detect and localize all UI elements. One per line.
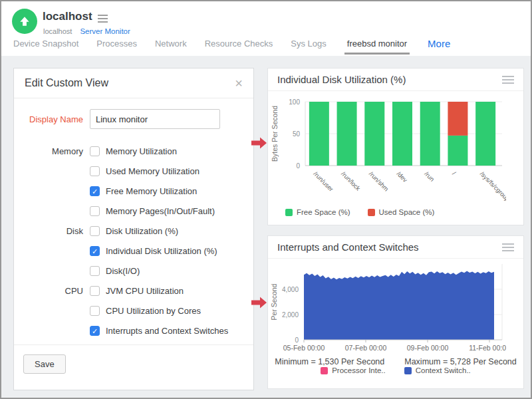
- svg-text:2,000: 2,000: [282, 311, 299, 319]
- checkbox-unchecked[interactable]: [90, 266, 100, 276]
- metric-label: Memory Utilization: [100, 146, 253, 156]
- svg-text:Per Second: Per Second: [270, 283, 278, 320]
- legend-swatch: [285, 209, 293, 216]
- metric-row: ✓Free Memory Utilization: [14, 181, 253, 201]
- group-label: CPU: [14, 286, 83, 296]
- chart-menu-icon[interactable]: [502, 76, 514, 84]
- dialog-body: Display Name MemoryMemory UtilizationUse…: [14, 98, 253, 340]
- svg-text:/run: /run: [423, 170, 436, 183]
- svg-text:11-Feb 00:00: 11-Feb 00:00: [469, 344, 506, 352]
- interrupts-area-chart: 02,0004,000Per Second05-Feb 00:0007-Feb …: [268, 259, 506, 353]
- tab-more[interactable]: More: [428, 38, 450, 55]
- checkbox-unchecked[interactable]: [90, 206, 100, 216]
- bar-free-space: [392, 102, 412, 166]
- legend-swatch: [368, 209, 375, 216]
- checkbox-unchecked[interactable]: [90, 306, 100, 316]
- chart-stats: Minimum = 1,530 Per Second Maximum = 5,7…: [268, 357, 523, 366]
- group-label: Memory: [14, 146, 83, 156]
- metric-row: Memory Pages(In/Out/Fault): [14, 201, 253, 221]
- svg-text:/dev: /dev: [396, 170, 410, 184]
- svg-text:07-Feb 00:00: 07-Feb 00:00: [345, 344, 387, 352]
- tab-resource-checks[interactable]: Resource Checks: [205, 39, 273, 55]
- breadcrumb: localhostServer Monitor: [43, 27, 130, 35]
- metric-row: CPUJVM CPU Utilization: [14, 281, 253, 301]
- tab-sys-logs[interactable]: Sys Logs: [291, 39, 326, 55]
- server-monitor-window: localhost localhostServer Monitor Device…: [0, 0, 532, 399]
- svg-text:Bytes Per Second: Bytes Per Second: [271, 106, 279, 162]
- arrow-up-icon: [18, 15, 31, 28]
- checkbox-unchecked[interactable]: [90, 166, 100, 176]
- checkbox-unchecked[interactable]: [90, 146, 100, 156]
- legend-item[interactable]: Free Space (%): [285, 208, 350, 216]
- legend-swatch: [404, 367, 412, 374]
- hamburger-icon[interactable]: [98, 15, 108, 23]
- svg-text:0: 0: [295, 336, 299, 344]
- disk-chart-header: Individual Disk Utilization (%): [268, 68, 523, 91]
- tab-network[interactable]: Network: [155, 39, 187, 55]
- metric-row: DiskDisk Utilization (%): [14, 221, 253, 241]
- svg-text:05-Feb 00:00: 05-Feb 00:00: [283, 344, 325, 352]
- legend-swatch: [321, 367, 328, 374]
- svg-text:4,000: 4,000: [282, 286, 299, 293]
- interrupts-chart-legend: Processor Inte..Context Switch..: [268, 366, 523, 374]
- bar-free-space: [337, 102, 357, 166]
- svg-text:/run/lock: /run/lock: [340, 170, 362, 192]
- bar-free-space: [475, 102, 495, 166]
- dialog-title: Edit Custom View: [25, 77, 108, 89]
- svg-text:/sys/fs/cgroup: /sys/fs/cgroup: [479, 170, 506, 203]
- legend-item[interactable]: Processor Inte..: [321, 366, 386, 374]
- interrupts-chart-title: Interrupts and Context Switches: [277, 241, 419, 253]
- dialog-header: Edit Custom View ×: [14, 68, 253, 98]
- disk-utilization-panel: Individual Disk Utilization (%) 050100By…: [267, 68, 524, 225]
- metric-row: CPU Utilization by Cores: [14, 301, 253, 321]
- monitor-status-badge: [12, 9, 37, 34]
- tab-device-snapshot[interactable]: Device Snapshot: [13, 39, 78, 55]
- svg-text:/run/user: /run/user: [312, 170, 334, 193]
- context-switches-area: [304, 271, 494, 340]
- interrupts-chart-header: Interrupts and Context Switches: [268, 236, 523, 259]
- metric-label: Free Memory Utilization: [100, 186, 253, 196]
- metric-row: Used Memory Utilization: [14, 161, 253, 181]
- metric-label: Individual Disk Utilization (%): [100, 246, 253, 256]
- checkbox-checked[interactable]: ✓: [90, 246, 100, 256]
- checkbox-unchecked[interactable]: [90, 286, 100, 296]
- maximum-stat: Maximum = 5,728 Per Second: [404, 357, 517, 366]
- legend-item[interactable]: Used Space (%): [368, 208, 435, 216]
- tab-processes[interactable]: Processes: [96, 39, 137, 55]
- edit-custom-view-dialog: Edit Custom View × Display Name MemoryMe…: [13, 68, 254, 390]
- legend-item[interactable]: Context Switch..: [404, 366, 471, 374]
- svg-text:/run/shm: /run/shm: [368, 170, 390, 193]
- display-name-row: Display Name: [14, 109, 253, 129]
- metric-label: CPU Utilization by Cores: [100, 306, 253, 316]
- svg-text:100: 100: [289, 98, 300, 106]
- metric-label: Used Memory Utilization: [100, 166, 253, 176]
- breadcrumb-server-monitor-link[interactable]: Server Monitor: [80, 27, 130, 35]
- metric-label: Memory Pages(In/Out/Fault): [100, 206, 253, 216]
- checkbox-checked[interactable]: ✓: [90, 326, 100, 336]
- minimum-stat: Minimum = 1,530 Per Second: [275, 357, 384, 366]
- close-icon[interactable]: ×: [235, 76, 243, 90]
- tab-bar: Device SnapshotProcessesNetworkResource …: [13, 37, 450, 55]
- red-arrow-icon: [251, 297, 267, 309]
- breadcrumb-host: localhost: [43, 27, 72, 35]
- metric-label: JVM CPU Utilization: [100, 286, 253, 296]
- bar-free-space: [309, 102, 329, 166]
- dialog-footer: Save: [14, 344, 253, 390]
- disk-chart-legend: Free Space (%)Used Space (%): [268, 208, 523, 216]
- checkbox-unchecked[interactable]: [90, 226, 100, 236]
- metric-row: ✓Interrupts and Context Switches: [14, 321, 253, 340]
- metric-row: ✓Individual Disk Utilization (%): [14, 241, 253, 261]
- svg-text:09-Feb 00:00: 09-Feb 00:00: [407, 344, 449, 352]
- display-name-label: Display Name: [14, 114, 83, 124]
- display-name-input[interactable]: [90, 109, 220, 129]
- metric-row: MemoryMemory Utilization: [14, 141, 253, 161]
- save-button[interactable]: Save: [23, 354, 66, 374]
- red-arrow-icon: [251, 137, 267, 149]
- disk-utilization-bar-chart: 050100Bytes Per Second/run/user/run/lock…: [268, 91, 506, 205]
- metric-checkbox-list: MemoryMemory UtilizationUsed Memory Util…: [14, 141, 253, 340]
- checkbox-checked[interactable]: ✓: [90, 186, 100, 196]
- metric-label: Interrupts and Context Switches: [100, 326, 253, 336]
- chart-menu-icon[interactable]: [502, 243, 514, 251]
- tab-freebsd-monitor[interactable]: freebsd monitor: [344, 39, 410, 55]
- svg-text:50: 50: [293, 130, 301, 138]
